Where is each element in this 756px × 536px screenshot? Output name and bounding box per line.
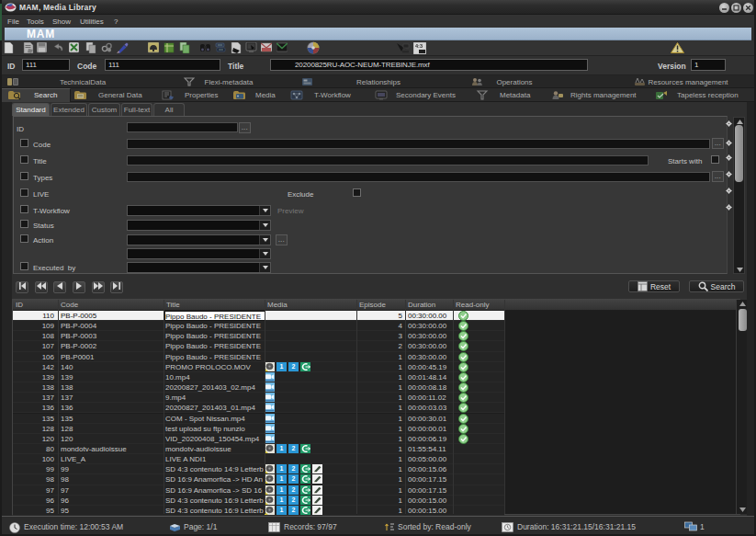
svg-text:4:3: 4:3 — [415, 43, 423, 49]
